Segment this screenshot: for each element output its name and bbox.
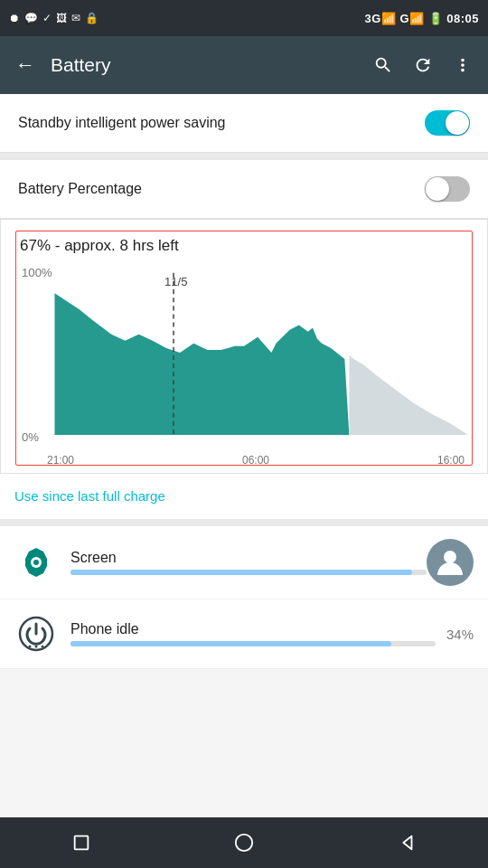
battery-chart-container: 67% - approx. 8 hrs left 100% 0% 11/5 21… bbox=[0, 219, 488, 474]
x-label-3: 16:00 bbox=[437, 454, 465, 467]
battery-chart-area[interactable]: 67% - approx. 8 hrs left 100% 0% 11/5 21… bbox=[15, 231, 473, 466]
divider2 bbox=[0, 519, 488, 526]
battery-percent-row: Battery Percentage bbox=[0, 160, 488, 219]
check-icon: ✓ bbox=[42, 12, 52, 24]
signal-bars: 📶 bbox=[381, 12, 400, 25]
messenger-icon: 💬 bbox=[24, 12, 38, 24]
svg-point-16 bbox=[236, 835, 252, 851]
back-arrow-icon: ← bbox=[15, 53, 35, 77]
svg-marker-17 bbox=[403, 836, 411, 850]
phone-idle-bar-fill bbox=[70, 641, 391, 646]
app-bar: ← Battery bbox=[0, 36, 488, 94]
chart-title: 67% - approx. 8 hrs left bbox=[20, 237, 468, 255]
avatar-silhouette bbox=[434, 546, 466, 579]
usage-item-screen[interactable]: Screen bbox=[0, 526, 488, 599]
divider1 bbox=[0, 153, 488, 160]
status-bar: ⏺ 💬 ✓ 🖼 ✉ 🔒 3G📶 G📶 🔋 08:05 bbox=[0, 0, 488, 36]
chart-x-labels: 21:00 06:00 16:00 bbox=[20, 452, 468, 467]
clock: 08:05 bbox=[446, 12, 479, 25]
more-button[interactable] bbox=[445, 47, 481, 83]
use-since-section: Use since last full charge bbox=[0, 474, 488, 519]
email-icon: ✉ bbox=[71, 12, 80, 24]
usage-item-phone-idle[interactable]: Phone idle 34% bbox=[0, 599, 488, 669]
battery-chart-svg: 100% 0% 11/5 bbox=[20, 262, 468, 452]
svg-point-9 bbox=[444, 551, 456, 563]
svg-point-8 bbox=[33, 560, 39, 565]
screen-icon-container bbox=[14, 541, 58, 584]
svg-point-13 bbox=[35, 646, 38, 648]
home-icon bbox=[234, 833, 254, 853]
x-label-2: 06:00 bbox=[242, 454, 269, 467]
svg-marker-2 bbox=[54, 293, 349, 435]
action-buttons bbox=[365, 47, 481, 83]
battery-percent-toggle-knob bbox=[426, 177, 449, 201]
screen-info: Screen bbox=[70, 550, 427, 575]
image-icon: 🖼 bbox=[56, 12, 67, 24]
recents-button[interactable] bbox=[54, 817, 108, 868]
svg-text:11/5: 11/5 bbox=[164, 275, 188, 288]
page-title: Battery bbox=[51, 54, 365, 76]
search-icon bbox=[373, 55, 393, 75]
svg-text:100%: 100% bbox=[22, 266, 52, 279]
back-nav-icon bbox=[397, 833, 417, 853]
svg-point-12 bbox=[29, 646, 32, 648]
standby-toggle[interactable] bbox=[425, 110, 470, 136]
recents-icon bbox=[71, 833, 91, 853]
battery-percent-label: Battery Percentage bbox=[18, 181, 142, 197]
search-button[interactable] bbox=[365, 47, 401, 83]
signal-bars2: 📶 🔋 bbox=[409, 12, 446, 25]
svg-marker-3 bbox=[349, 355, 468, 435]
status-icons: ⏺ 💬 ✓ 🖼 ✉ 🔒 bbox=[9, 12, 99, 24]
carrier-signal: G bbox=[399, 12, 409, 25]
screen-gear-icon bbox=[18, 544, 54, 580]
record-icon: ⏺ bbox=[9, 12, 20, 24]
more-icon bbox=[453, 55, 473, 75]
phone-idle-label: Phone idle bbox=[70, 621, 436, 637]
phone-idle-bar-bg bbox=[70, 641, 436, 646]
screen-bar-fill bbox=[70, 570, 412, 575]
x-label-1: 21:00 bbox=[47, 454, 74, 467]
home-button[interactable] bbox=[217, 817, 271, 868]
standby-toggle-knob bbox=[446, 111, 469, 135]
standby-label: Standby intelligent power saving bbox=[18, 115, 225, 131]
lock-icon: 🔒 bbox=[85, 12, 99, 24]
use-since-link[interactable]: Use since last full charge bbox=[14, 488, 165, 504]
screen-label: Screen bbox=[70, 550, 427, 566]
screen-bar-bg bbox=[70, 570, 427, 575]
bottom-navigation bbox=[0, 817, 488, 868]
refresh-button[interactable] bbox=[405, 47, 441, 83]
svg-text:0%: 0% bbox=[22, 430, 39, 444]
phone-idle-info: Phone idle bbox=[70, 621, 436, 646]
power-icon bbox=[18, 616, 54, 652]
battery-percent-toggle[interactable] bbox=[425, 176, 470, 202]
standby-setting-row: Standby intelligent power saving bbox=[0, 94, 488, 153]
status-right: 3G📶 G📶 🔋 08:05 bbox=[364, 12, 479, 25]
avatar bbox=[427, 539, 474, 586]
content-area: Standby intelligent power saving Battery… bbox=[0, 94, 488, 669]
svg-rect-15 bbox=[75, 836, 89, 850]
back-nav-button[interactable] bbox=[380, 817, 434, 868]
phone-idle-percent: 34% bbox=[446, 627, 474, 642]
back-button[interactable]: ← bbox=[7, 47, 43, 83]
phone-idle-icon-container bbox=[14, 612, 58, 656]
refresh-icon bbox=[413, 55, 433, 75]
svg-point-14 bbox=[42, 646, 44, 648]
network-type: 3G bbox=[364, 12, 380, 25]
